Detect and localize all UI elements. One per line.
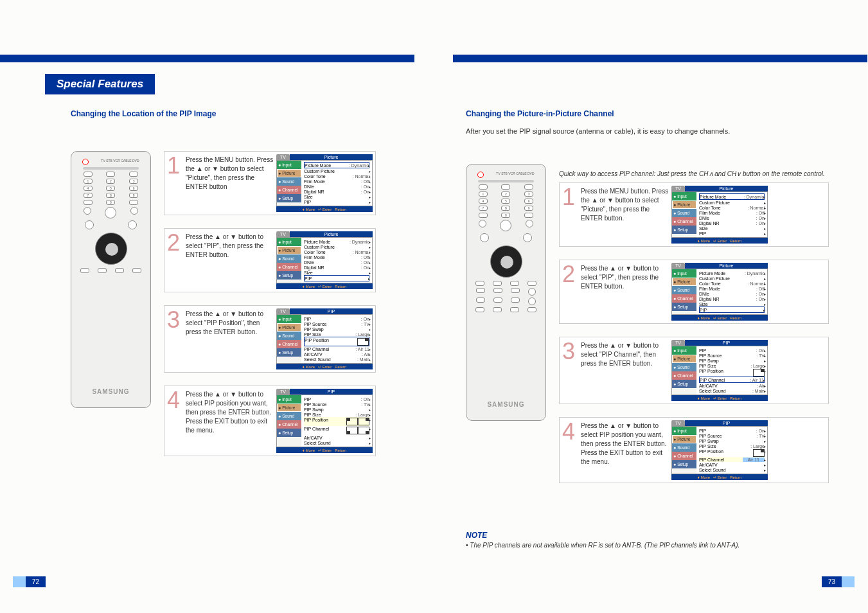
osd-pip-menu: TVPIP Input Picture Sound Channel Setup … <box>671 420 768 480</box>
osd-picture-menu: TVPicture Input Picture Sound Channel Se… <box>276 231 373 289</box>
right-subtitle: Changing the Picture-in-Picture Channel <box>466 109 614 118</box>
step-text: Press the ▲ or ▼ button to select "PIP",… <box>578 263 671 321</box>
step-number: 3 <box>167 308 183 369</box>
step: 4 Press the ▲ or ▼ button to select PIP … <box>164 386 376 456</box>
quick-note: Quick way to access PIP channel: Just pr… <box>559 170 829 177</box>
osd-picture-menu: TVPicture Input Picture Sound Channel Se… <box>276 154 373 212</box>
left-steps: 1 Press the MENU button. Press the ▲ or … <box>164 151 376 469</box>
remote-image-left: TV STB VCR CABLE DVD 123 456 789 0 SAMSU… <box>71 151 151 408</box>
step: 3 Press the ▲ or ▼ button to select "PIP… <box>164 305 376 373</box>
remote-image-right: TV STB VCR CABLE DVD 123 456 789 0 SAMS <box>466 164 546 421</box>
step-text: Press the ▲ or ▼ button to select "PIP P… <box>183 308 276 369</box>
osd-picture-menu: TVPicture Input Picture Sound Channel Se… <box>671 186 768 244</box>
page-number-left: 72 <box>26 576 46 587</box>
step: 2 Press the ▲ or ▼ button to select "PIP… <box>559 260 829 324</box>
step-number: 1 <box>167 154 183 212</box>
step-text: Press the ▲ or ▼ button to select PIP po… <box>183 389 276 453</box>
page-number-right: 73 <box>822 576 842 587</box>
step: 1 Press the MENU button. Press the ▲ or … <box>559 182 829 247</box>
left-subtitle: Changing the Location of the PIP Image <box>71 109 216 118</box>
remote-logo: SAMSUNG <box>92 388 129 395</box>
step-text: Press the MENU button. Press the ▲ or ▼ … <box>578 186 671 244</box>
step-text: Press the MENU button. Press the ▲ or ▼ … <box>183 154 276 212</box>
step-number: 4 <box>167 389 183 453</box>
note-title: NOTE <box>466 531 740 540</box>
osd-pip-menu: TVPIP Input Picture Sound Channel Setup … <box>671 340 768 401</box>
step-number: 2 <box>167 231 183 289</box>
right-intro: After you set the PIP signal source (ant… <box>466 127 730 135</box>
osd-pip-menu: TVPIP Input Picture Sound Channel Setup … <box>276 308 373 369</box>
step-number: 3 <box>562 340 578 401</box>
osd-pip-menu: TVPIP Input Picture Sound Channel Setup … <box>276 389 373 453</box>
remote-logo: SAMSUNG <box>487 401 524 408</box>
page-right: Changing the Picture-in-Picture Channel … <box>434 0 867 613</box>
step-text: Press the ▲ or ▼ button to select "PIP C… <box>578 340 671 401</box>
page-left: Special Features Changing the Location o… <box>0 0 434 613</box>
top-bar <box>453 55 867 62</box>
right-steps: Quick way to access PIP channel: Just pr… <box>559 170 829 496</box>
step: 1 Press the MENU button. Press the ▲ or … <box>164 151 376 215</box>
step-number: 4 <box>562 420 578 480</box>
step: 2 Press the ▲ or ▼ button to select "PIP… <box>164 228 376 292</box>
step-number: 2 <box>562 263 578 321</box>
note-text: • The PIP channels are not available whe… <box>466 542 740 549</box>
note-section: NOTE • The PIP channels are not availabl… <box>466 531 740 549</box>
section-title: Special Features <box>45 74 155 94</box>
step-text: Press the ▲ or ▼ button to select PIP po… <box>578 420 671 480</box>
top-bar <box>0 55 414 62</box>
osd-picture-menu: TVPicture Input Picture Sound Channel Se… <box>671 263 768 321</box>
step: 4 Press the ▲ or ▼ button to select PIP … <box>559 417 829 483</box>
step: 3 Press the ▲ or ▼ button to select "PIP… <box>559 337 829 404</box>
step-text: Press the ▲ or ▼ button to select "PIP",… <box>183 231 276 289</box>
step-number: 1 <box>562 186 578 244</box>
